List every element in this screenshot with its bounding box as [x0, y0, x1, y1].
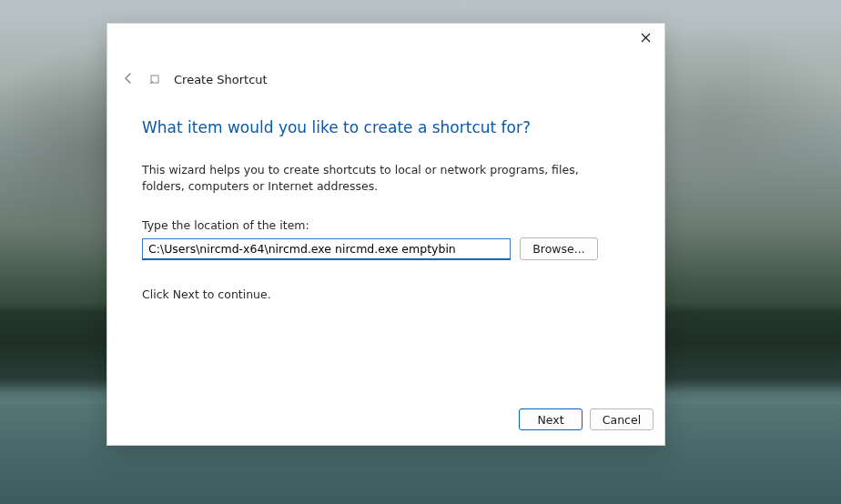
dialog-content: What item would you like to create a sho…	[107, 91, 664, 403]
create-shortcut-dialog: Create Shortcut What item would you like…	[106, 23, 665, 446]
dialog-footer: Next Cancel	[107, 403, 664, 445]
browse-button[interactable]: Browse...	[520, 237, 598, 260]
close-icon	[641, 29, 651, 46]
dialog-title: Create Shortcut	[174, 73, 268, 86]
back-arrow-icon	[122, 71, 135, 88]
shortcut-icon	[148, 72, 163, 86]
continue-text: Click Next to continue.	[142, 287, 630, 301]
description-text: This wizard helps you to create shortcut…	[142, 162, 615, 195]
location-row: Browse...	[142, 237, 630, 260]
next-button[interactable]: Next	[519, 408, 583, 430]
location-input[interactable]	[142, 238, 511, 260]
header-row: Create Shortcut	[107, 67, 664, 91]
back-button[interactable]	[117, 68, 139, 90]
page-heading: What item would you like to create a sho…	[142, 118, 630, 136]
location-label: Type the location of the item:	[142, 218, 630, 232]
titlebar	[107, 24, 664, 58]
cancel-button[interactable]: Cancel	[590, 408, 654, 430]
close-button[interactable]	[626, 24, 664, 51]
